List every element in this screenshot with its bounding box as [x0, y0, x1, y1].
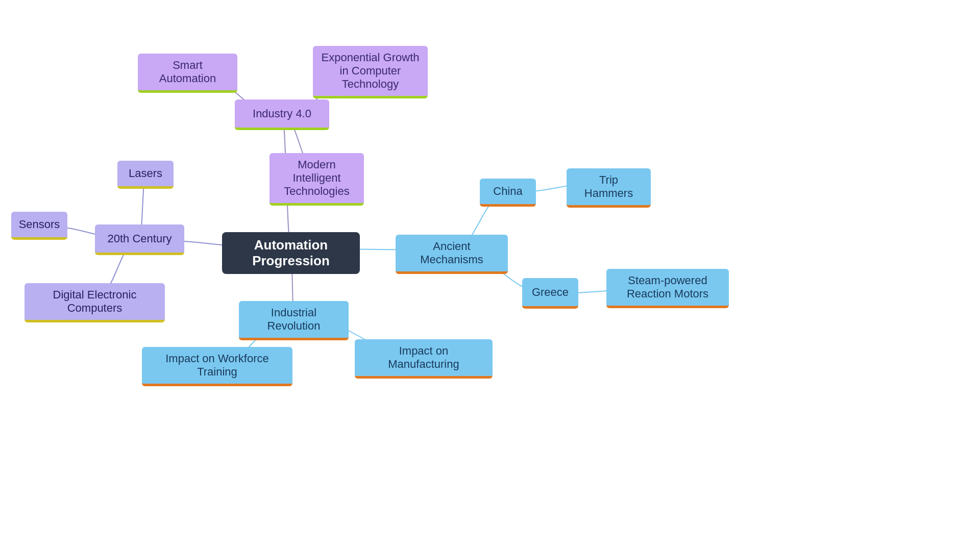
node-center[interactable]: Automation Progression — [222, 232, 360, 274]
node-workforceTraining[interactable]: Impact on Workforce Training — [142, 347, 292, 386]
node-industrialRevolution[interactable]: Industrial Revolution — [239, 301, 349, 340]
node-smartAutomation[interactable]: Smart Automation — [138, 54, 237, 93]
node-china[interactable]: China — [480, 179, 536, 207]
node-modernIntelligent[interactable]: Modern Intelligent Technologies — [270, 153, 364, 206]
node-digitalComputers[interactable]: Digital Electronic Computers — [24, 283, 165, 322]
node-steamMotors[interactable]: Steam-powered Reaction Motors — [606, 269, 729, 308]
node-tripHammers[interactable]: Trip Hammers — [567, 168, 651, 208]
node-exponentialGrowth[interactable]: Exponential Growth in Computer Technolog… — [313, 46, 428, 98]
node-greece[interactable]: Greece — [522, 278, 578, 309]
node-lasers[interactable]: Lasers — [117, 161, 174, 189]
node-manufacturing[interactable]: Impact on Manufacturing — [355, 339, 493, 379]
node-ancientMechanisms[interactable]: Ancient Mechanisms — [396, 235, 508, 274]
node-sensors[interactable]: Sensors — [11, 212, 67, 240]
node-industry40[interactable]: Industry 4.0 — [235, 99, 329, 130]
node-century20[interactable]: 20th Century — [95, 224, 184, 255]
